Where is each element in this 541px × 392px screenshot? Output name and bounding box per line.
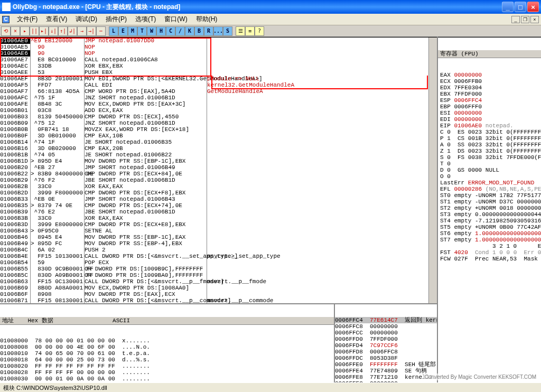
menu-选项(T)[interactable]: 选项(T) [131, 14, 160, 24]
disasm-row[interactable]: 01006B4E FF15 10130001CALL DWORD PTR DS:… [0, 253, 428, 259]
toolbar-btn[interactable]: S [223, 26, 232, 36]
disasm-row[interactable]: 01006B1B ^74 05JE SHORT notepad.01006B22 [0, 152, 428, 158]
stack-row[interactable]: 0006FFDC 8053D38F [335, 355, 437, 361]
disasm-row[interactable]: 01006B69 8B0D A08A0001MOV ECX,DWORD PTR … [0, 285, 428, 291]
disasm-row[interactable]: 01006B6F 8908MOV DWORD PTR DS:[EAX],ECX [0, 291, 428, 297]
hex-dump[interactable]: 地址 Hex 数据 ASCII 01008000 78 00 00 00 01 … [0, 304, 334, 382]
disasm-row[interactable]: 01006B3D 3999 E8000000CMP DWORD PTR DS:[… [0, 221, 428, 228]
disasm-row[interactable]: 01006AEF 8B3D 20100001MOV EDI,DWORD PTR … [0, 76, 428, 82]
disasm-row[interactable]: 01006B55 830D 9C9B0001 FFOR DWORD PTR DS… [0, 266, 428, 272]
disasm-row[interactable]: 01006B4C 6A 02PUSH 2 [0, 247, 428, 253]
stack-view[interactable]: 0006FFC4 77E614C7 返回到 kernel32.77E614C70… [334, 304, 437, 382]
disasm-row[interactable]: 01006AF7 66:8138 4D5ACMP WORD PTR DS:[EA… [0, 88, 428, 95]
toolbar-btn[interactable]: →| [87, 26, 96, 36]
disasm-row[interactable]: 01006AEE 53PUSH EBX [0, 69, 428, 76]
disasm-row[interactable]: 01006AEC 33DBXOR EBX,EBX [0, 63, 428, 69]
disasm-row[interactable]: 01006B46 8945 E4MOV DWORD PTR SS:[EBP-1C… [0, 234, 428, 240]
cpu-disassembly[interactable]: 01006AE0^E9 EB120000JMP notepad.01007DD0… [0, 37, 437, 303]
cpu-scrollbar[interactable] [428, 38, 437, 303]
disasm-row[interactable]: 01006B16 3D 0B020000CMP EAX,20B [0, 145, 428, 152]
disasm-row[interactable]: 01006AE5 90NOP [0, 44, 428, 50]
stack-row[interactable]: 0006FFCC 00000000 [335, 330, 437, 336]
toolbar-btn[interactable]: K [185, 26, 194, 36]
stack-row[interactable]: 0006FFEC 00000000 [335, 380, 437, 382]
stack-row[interactable]: 0006FFD8 0006FFC8 [335, 349, 437, 355]
disasm-row[interactable]: 01006B71 FF15 08130001CALL DWORD PTR DS:… [0, 297, 428, 303]
toolbar-btn[interactable]: ⟲ [1, 26, 11, 36]
disasm-row[interactable]: 01006B20 ^EB 27JMP SHORT notepad.01006B4… [0, 164, 428, 171]
stack-row[interactable]: 0006FFD4 7C97CCF6 [335, 342, 437, 349]
disasm-row[interactable]: 01006B54 59POP ECX [0, 259, 428, 266]
toolbar-btn[interactable]: ☰ [236, 26, 245, 36]
disasm-row[interactable]: 01006AFE 8B48 3CMOV ECX,DWORD PTR DS:[EA… [0, 101, 428, 107]
disasm-row[interactable]: 01006B01 03C8ADD ECX,EAX [0, 107, 428, 114]
disasm-row[interactable]: 01006B22> 83B9 84000000 0ECMP DWORD PTR … [0, 171, 428, 177]
stack-row[interactable]: 0006FFD0 7FFDF000 [335, 336, 437, 342]
disasm-row[interactable]: 01006B14 ^74 1FJE SHORT notepad.01006B35 [0, 139, 428, 145]
disasm-row[interactable]: 01006B29 ^76 F2JBE SHORT notepad.01006B1… [0, 177, 428, 183]
disasm-row[interactable]: 01006AFC ^75 1FJNZ SHORT notepad.01006B1… [0, 95, 428, 101]
toolbar-btn[interactable]: T [137, 26, 147, 36]
disasm-row[interactable]: 01006B5C 830D A09B0001 FFOR DWORD PTR DS… [0, 272, 428, 278]
disasm-row[interactable]: 01006AE6 90NOP [0, 50, 428, 57]
menu-窗口(W)[interactable]: 窗口(W) [160, 14, 191, 24]
menu-插件(P)[interactable]: 插件(P) [101, 14, 131, 24]
toolbar-btn[interactable]: ? [255, 26, 264, 36]
toolbar-btn[interactable]: ⋯ [96, 26, 106, 36]
dump-row[interactable]: 01008008 00 00 00 00 4E 00 6F 00 ....N.o… [0, 344, 334, 350]
toolbar-btn[interactable]: ▸| [39, 26, 49, 36]
toolbar-btn[interactable]: E [118, 26, 128, 36]
disasm-row[interactable]: 01006AF5 FFD7CALL EDIkernel32.GetModuleH… [0, 82, 428, 88]
stack-row[interactable]: 0006FFC4 77E614C7 返回到 kernel32.77E614C7 [335, 317, 437, 323]
toolbar-btn[interactable]: / [175, 26, 185, 36]
disasm-row[interactable]: 01006B49> 895D FCMOV DWORD PTR SS:[EBP-4… [0, 240, 428, 247]
disasm-row[interactable]: 01006B2B 33C0XOR EAX,EAX [0, 183, 428, 190]
toolbar-btn[interactable]: H [156, 26, 166, 36]
disasm-row[interactable]: 01006B2D 3999 F8000000CMP DWORD PTR DS:[… [0, 190, 428, 196]
dump-row[interactable]: 01008020 FF FF FF FF FF FF FF FF .......… [0, 363, 334, 369]
disasm-row[interactable]: 01006B39 ^76 E2JBE SHORT notepad.01006B1… [0, 209, 428, 215]
toolbar-btn[interactable]: ↑| [58, 26, 68, 36]
stack-row[interactable]: 0006FFC8 00000000 [335, 323, 437, 330]
menu-帮助(H)[interactable]: 帮助(H) [192, 14, 222, 24]
disasm-row[interactable]: 01006AE7 E8 BC010000CALL notepad.01006CA… [0, 57, 428, 63]
toolbar-btn[interactable]: B [194, 26, 204, 36]
disasm-row[interactable]: 01006B0B 0FB741 18MOVZX EAX,WORD PTR DS:… [0, 126, 428, 133]
registers-pane[interactable]: 寄存器 (FPU) EAX 00000000ECX 0006FFB0EDX 7F… [438, 37, 541, 382]
toolbar-btn[interactable]: ... [213, 26, 223, 36]
dump-row[interactable]: 01008028 FF FF FF FF 00 00 00 00 .......… [0, 369, 334, 376]
disasm-row[interactable]: 01006B0F 3D 0B010000CMP EAX,10B [0, 133, 428, 139]
toolbar-btn[interactable]: R [204, 26, 213, 36]
toolbar-btn[interactable]: || [30, 26, 39, 36]
disasm-row[interactable]: 01006B09 ^75 12JNZ SHORT notepad.01006B1… [0, 120, 428, 126]
dump-row[interactable]: 01008010 74 00 65 00 70 00 61 00 t.e.p.a… [0, 350, 334, 357]
mdi-close[interactable]: × [530, 16, 539, 23]
close-button[interactable]: × [527, 2, 539, 12]
toolbar-btn[interactable]: × [11, 26, 20, 36]
stack-row[interactable]: 0006FFE0 FFFFFFFF SEH 链尾部 [335, 361, 437, 368]
disasm-row[interactable]: 01006AE0^E9 EB120000JMP notepad.01007DD0 [0, 38, 428, 44]
disasm-row[interactable]: 01006B35> 8379 74 0ECMP DWORD PTR DS:[EC… [0, 202, 428, 209]
toolbar-btn[interactable]: ↓| [49, 26, 58, 36]
dump-row[interactable]: 01008030 00 00 01 00 0A 00 0A 00 .......… [0, 376, 334, 382]
disasm-row[interactable]: 01006B3B 33C0XOR EAX,EAX [0, 215, 428, 221]
toolbar-btn[interactable]: ↲| [68, 26, 77, 36]
dump-row[interactable]: 01008000 78 00 00 00 01 00 00 00 x......… [0, 338, 334, 344]
maximize-button[interactable]: □ [515, 2, 526, 12]
mdi-min[interactable]: _ [511, 16, 520, 23]
toolbar-btn[interactable]: ▸ [20, 26, 30, 36]
disasm-row[interactable]: 01006B63 FF15 0C130001CALL DWORD PTR DS:… [0, 278, 428, 285]
dump-row[interactable]: 01008018 64 00 00 00 25 00 73 00 d...%.s… [0, 357, 334, 363]
toolbar-btn[interactable]: ≡ [245, 26, 255, 36]
disasm-row[interactable]: 01006B43> 0F95C0SETNE AL [0, 228, 428, 234]
minimize-button[interactable]: _ [502, 2, 514, 12]
disasm-row[interactable]: 01006B03 8139 50450000CMP DWORD PTR DS:[… [0, 114, 428, 120]
toolbar-btn[interactable]: L [109, 26, 118, 36]
toolbar-btn[interactable]: W [147, 26, 156, 36]
toolbar-btn[interactable]: M [128, 26, 137, 36]
mdi-restore[interactable]: ❐ [521, 16, 529, 23]
dump-row[interactable]: 01008038 14 00 14 00 00 00 00 00 .......… [0, 382, 334, 382]
menu-查看(V)[interactable]: 查看(V) [42, 14, 71, 24]
menu-调试(D)[interactable]: 调试(D) [71, 14, 101, 24]
stack-row[interactable]: 0006FFE4 77E74809 SE 句柄 [335, 368, 437, 374]
